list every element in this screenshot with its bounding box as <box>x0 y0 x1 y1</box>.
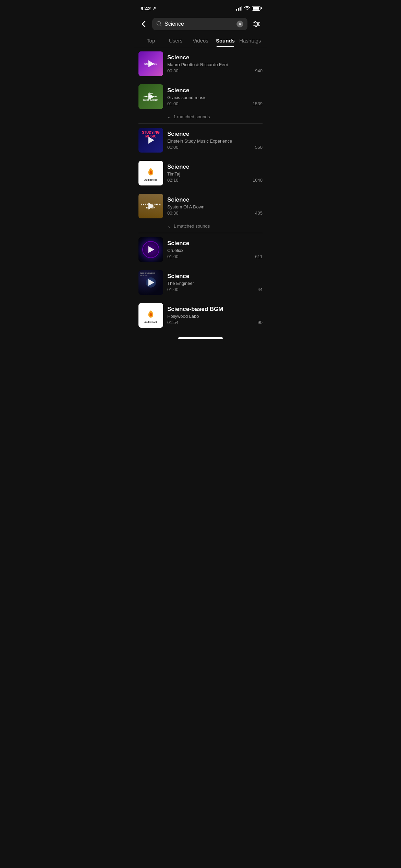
sound-thumbnail: Audiostock <box>138 303 163 328</box>
sound-title: Science <box>167 196 263 203</box>
sound-duration: 01:00 <box>167 254 179 259</box>
location-icon: ↗ <box>152 6 156 11</box>
sound-count: 90 <box>258 320 263 325</box>
status-time: 9:42 ↗ <box>141 5 156 11</box>
tab-videos[interactable]: Videos <box>188 35 213 47</box>
sound-count: 1040 <box>253 178 263 183</box>
svg-line-1 <box>160 25 161 26</box>
sound-thumbnail: Audiostock <box>138 161 163 185</box>
sound-artist: System Of A Down <box>167 204 263 209</box>
tab-top[interactable]: Top <box>138 35 163 47</box>
sound-meta: 00:30 405 <box>167 210 263 216</box>
sound-artist: Einstein Study Music Experience <box>167 138 263 144</box>
sound-count: 44 <box>258 287 263 292</box>
tab-users[interactable]: Users <box>163 35 188 47</box>
sound-meta: 01:54 90 <box>167 320 263 325</box>
sound-thumbnail <box>138 237 163 262</box>
sound-title: Science <box>167 54 263 61</box>
sound-duration: 01:54 <box>167 320 179 325</box>
home-indicator <box>134 335 267 343</box>
chevron-down-icon: ⌄ <box>167 223 171 229</box>
sound-thumbnail: SYSTEM OF A DOWN <box>138 194 163 218</box>
tab-sounds[interactable]: Sounds <box>213 35 238 47</box>
sound-duration: 00:30 <box>167 210 179 216</box>
back-button[interactable] <box>138 19 149 29</box>
chevron-down-icon: ⌄ <box>167 114 171 119</box>
sound-item[interactable]: SYSTEM OF A DOWN Science System Of A Dow… <box>134 190 267 222</box>
sound-info: Science The Engineer 01:00 44 <box>167 273 263 292</box>
signal-icon <box>236 6 242 11</box>
sound-info: Science System Of A Down 00:30 405 <box>167 196 263 216</box>
sound-thumbnail: THE ENGINEERSCIENCE <box>138 270 163 295</box>
svg-point-5 <box>255 22 256 23</box>
matched-label: ⌄ 1 matched sounds <box>167 223 210 229</box>
play-icon <box>146 201 156 211</box>
sound-info: Science Cruelixx 01:00 611 <box>167 240 263 259</box>
status-bar: 9:42 ↗ <box>134 0 267 15</box>
clear-icon: × <box>239 22 241 26</box>
matched-sounds-row[interactable]: ⌄ 1 matched sounds <box>134 222 267 233</box>
sound-count: 405 <box>255 210 263 216</box>
sound-title: Science <box>167 131 263 137</box>
sound-artist: The Engineer <box>167 281 263 286</box>
sound-thumbnail: SCIENCE <box>138 51 163 76</box>
search-icon <box>156 21 162 27</box>
sound-count: 940 <box>255 68 263 73</box>
home-bar <box>178 337 223 339</box>
play-icon <box>146 278 156 287</box>
sound-info: Science Einstein Study Music Experience … <box>167 131 263 150</box>
sound-item[interactable]: Audiostock Science TimTaj 02:10 1040 <box>134 157 267 190</box>
sound-item[interactable]: THE ENGINEERSCIENCE Science The Engineer… <box>134 266 267 299</box>
search-input[interactable]: Science <box>165 21 234 27</box>
sound-title: Science <box>167 240 263 247</box>
sound-title: Science-based BGM <box>167 306 263 313</box>
matched-count: 1 matched sounds <box>173 224 210 229</box>
sound-title: Science <box>167 273 263 280</box>
sound-title: Science <box>167 87 263 94</box>
play-icon <box>146 245 156 254</box>
sound-item[interactable]: Audiostock Science-based BGM Hollywood L… <box>134 299 267 332</box>
sound-list: SCIENCE Science Mauro Picotto & Riccardo… <box>134 47 267 332</box>
sound-count: 1539 <box>253 101 263 106</box>
sound-duration: 00:30 <box>167 68 179 73</box>
matched-count: 1 matched sounds <box>173 114 210 119</box>
svg-point-6 <box>257 23 259 25</box>
sound-duration: 01:00 <box>167 287 179 292</box>
tab-bar: Top Users Videos Sounds Hashtags <box>134 33 267 47</box>
sound-item[interactable]: ForAdvertisingBest Album Science G-axis … <box>134 80 267 113</box>
tab-hashtags[interactable]: Hashtags <box>238 35 263 47</box>
time-display: 9:42 <box>141 5 151 11</box>
sound-thumbnail: STUDYING MUSIC <box>138 128 163 153</box>
filter-button[interactable] <box>251 18 263 30</box>
sound-artist: Cruelixx <box>167 248 263 253</box>
sound-item[interactable]: STUDYING MUSIC Science Einstein Study Mu… <box>134 124 267 157</box>
search-box[interactable]: Science × <box>152 18 247 30</box>
sound-thumbnail: ForAdvertisingBest Album <box>138 84 163 109</box>
sound-meta: 00:30 940 <box>167 68 263 73</box>
clear-button[interactable]: × <box>236 21 243 27</box>
sound-artist: Hollywood Labo <box>167 314 263 319</box>
wifi-icon <box>244 5 250 11</box>
matched-sounds-row[interactable]: ⌄ 1 matched sounds <box>134 113 267 123</box>
battery-icon <box>252 6 260 11</box>
sound-info: Science G-axis sound music 01:00 1539 <box>167 87 263 106</box>
search-row: Science × <box>134 15 267 33</box>
sound-duration: 02:10 <box>167 178 179 183</box>
sound-duration: 01:00 <box>167 101 179 106</box>
sound-item[interactable]: Science Cruelixx 01:00 611 <box>134 233 267 266</box>
sound-count: 611 <box>255 254 263 259</box>
sound-artist: G-axis sound music <box>167 95 263 100</box>
sound-artist: Mauro Picotto & Riccardo Ferri <box>167 62 263 67</box>
sound-meta: 02:10 1040 <box>167 178 263 183</box>
sound-artist: TimTaj <box>167 171 263 177</box>
play-icon <box>146 92 156 101</box>
svg-point-7 <box>255 25 257 27</box>
play-icon <box>146 135 156 145</box>
sound-count: 550 <box>255 145 263 150</box>
sound-duration: 01:00 <box>167 145 179 150</box>
sound-info: Science Mauro Picotto & Riccardo Ferri 0… <box>167 54 263 73</box>
sound-meta: 01:00 1539 <box>167 101 263 106</box>
sound-info: Science TimTaj 02:10 1040 <box>167 164 263 183</box>
status-icons <box>236 5 260 11</box>
sound-item[interactable]: SCIENCE Science Mauro Picotto & Riccardo… <box>134 47 267 80</box>
